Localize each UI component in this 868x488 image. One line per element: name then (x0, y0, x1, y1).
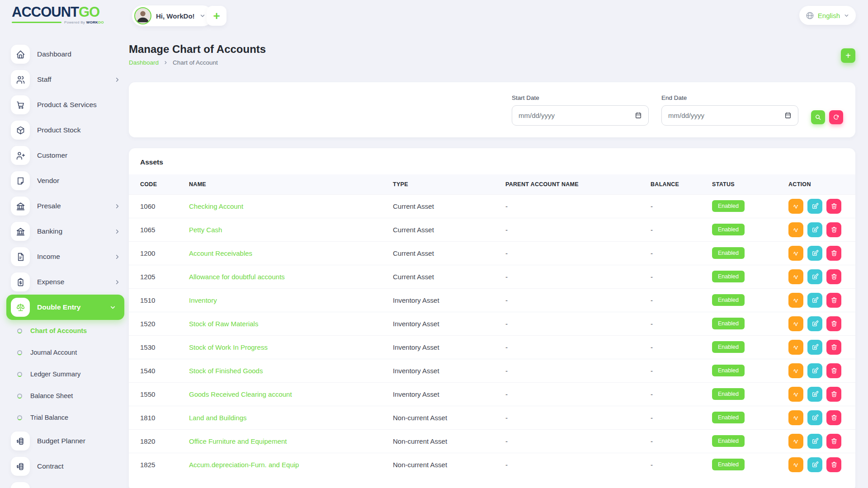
activity-button[interactable] (788, 457, 803, 472)
edit-icon (811, 461, 819, 468)
delete-button[interactable] (826, 293, 841, 308)
activity-button[interactable] (788, 340, 803, 355)
delete-button[interactable] (826, 363, 841, 378)
account-name-link[interactable]: Inventory (189, 296, 217, 304)
delete-button[interactable] (826, 269, 841, 284)
edit-button[interactable] (807, 363, 822, 378)
end-date-input[interactable]: mm/dd/yyyy (661, 105, 798, 126)
cell-type: Current Asset (393, 265, 505, 288)
delete-button[interactable] (826, 340, 841, 355)
logo-wordmark: ACCOUNTGO (12, 5, 107, 19)
app-logo[interactable]: ACCOUNTGO Powered By WORKDO (12, 5, 107, 24)
account-name-link[interactable]: Stock of Raw Materials (189, 320, 258, 328)
cell-name: Land and Buildings (189, 406, 393, 429)
sidebar-item-label: Balance Sheet (30, 392, 73, 399)
account-name-link[interactable]: Checking Account (189, 202, 243, 210)
breadcrumb-dashboard-link[interactable]: Dashboard (129, 59, 159, 66)
sidebar-item-chart-of-accounts[interactable]: Chart of Accounts (0, 320, 129, 342)
account-name-link[interactable]: Stock of Work In Progress (189, 343, 268, 351)
edit-button[interactable] (807, 293, 822, 308)
sidebar-item-income[interactable]: Income (0, 244, 129, 269)
account-name-link[interactable]: Account Receivables (189, 249, 252, 257)
sidebar-item-product-services[interactable]: Product & Services (0, 92, 129, 117)
account-name-link[interactable]: Petty Cash (189, 226, 222, 234)
activity-button[interactable] (788, 222, 803, 237)
chevron-down-icon (844, 13, 849, 19)
edit-button[interactable] (807, 222, 822, 237)
calendar-icon[interactable] (635, 112, 642, 119)
activity-icon (793, 320, 800, 327)
delete-button[interactable] (826, 316, 841, 331)
sidebar-item-product-stock[interactable]: Product Stock (0, 117, 129, 143)
cell-status: Enabled (712, 312, 788, 335)
account-name-link[interactable]: Stock of Finished Goods (189, 367, 263, 375)
sidebar-item-label: Customer (37, 151, 67, 160)
edit-button[interactable] (807, 410, 822, 425)
sidebar-item-contract[interactable]: Contract (0, 454, 129, 479)
status-badge: Enabled (712, 271, 745, 282)
reset-button[interactable] (829, 110, 843, 124)
create-account-button[interactable]: + (841, 48, 855, 63)
language-selector[interactable]: English (799, 6, 856, 25)
calendar-icon[interactable] (784, 112, 792, 119)
edit-button[interactable] (807, 269, 822, 284)
sidebar-item-vendor[interactable]: Vendor (0, 168, 129, 193)
edit-button[interactable] (807, 434, 822, 449)
delete-button[interactable] (826, 434, 841, 449)
sidebar-item-double-entry[interactable]: Double Entry (6, 295, 124, 320)
cell-name: Stock of Finished Goods (189, 359, 393, 382)
header-add-button[interactable]: + (207, 6, 226, 26)
account-name-link[interactable]: Goods Received Clearing account (189, 390, 292, 398)
sidebar-item-budget-planner[interactable]: Budget Planner (0, 428, 129, 454)
account-name-link[interactable]: Office Furniture and Equipement (189, 437, 287, 445)
start-date-input[interactable]: mm/dd/yyyy (512, 105, 649, 126)
edit-button[interactable] (807, 246, 822, 261)
sidebar-item-presale[interactable]: Presale (0, 193, 129, 219)
edit-button[interactable] (807, 340, 822, 355)
reset-icon (833, 114, 840, 121)
activity-button[interactable] (788, 316, 803, 331)
sidebar-item-journal-account[interactable]: Journal Account (0, 342, 129, 363)
sidebar-item-banking[interactable]: Banking (0, 219, 129, 244)
table-row: 1205Allowance for doubtful accountsCurre… (129, 265, 855, 288)
user-menu[interactable]: Hi, WorkDo! (132, 5, 213, 26)
sidebar-item-customer[interactable]: Customer (0, 143, 129, 168)
activity-button[interactable] (788, 363, 803, 378)
sidebar-item-balance-sheet[interactable]: Balance Sheet (0, 385, 129, 407)
account-name-link[interactable]: Accum.depreciation-Furn. and Equip (189, 461, 299, 469)
delete-button[interactable] (826, 246, 841, 261)
activity-button[interactable] (788, 434, 803, 449)
activity-button[interactable] (788, 199, 803, 214)
activity-button[interactable] (788, 387, 803, 402)
cell-code: 1065 (129, 218, 189, 241)
delete-button[interactable] (826, 222, 841, 237)
cell-code: 1530 (129, 335, 189, 359)
cell-name: Stock of Work In Progress (189, 335, 393, 359)
edit-button[interactable] (807, 316, 822, 331)
edit-button[interactable] (807, 457, 822, 472)
edit-button[interactable] (807, 199, 822, 214)
cell-parent: - (505, 265, 651, 288)
search-button[interactable] (811, 110, 825, 124)
delete-button[interactable] (826, 410, 841, 425)
sidebar-item-ledger-summary[interactable]: Ledger Summary (0, 363, 129, 385)
edit-button[interactable] (807, 387, 822, 402)
account-name-link[interactable]: Allowance for doubtful accounts (189, 273, 285, 281)
table-row: 1200Account ReceivablesCurrent Asset--En… (129, 241, 855, 265)
activity-icon (793, 414, 800, 421)
sidebar-item-trial-balance[interactable]: Trial Balance (0, 407, 129, 428)
sidebar-item-expense[interactable]: Expense (0, 269, 129, 295)
activity-button[interactable] (788, 246, 803, 261)
sidebar-item-partial-bottom[interactable] (0, 479, 129, 488)
activity-button[interactable] (788, 410, 803, 425)
delete-button[interactable] (826, 199, 841, 214)
delete-button[interactable] (826, 457, 841, 472)
sidebar-item-dashboard[interactable]: Dashboard (0, 42, 129, 67)
account-name-link[interactable]: Land and Buildings (189, 414, 247, 422)
sidebar-item-staff[interactable]: Staff (0, 67, 129, 92)
activity-button[interactable] (788, 293, 803, 308)
cell-action (788, 241, 855, 265)
delete-button[interactable] (826, 387, 841, 402)
activity-button[interactable] (788, 269, 803, 284)
edit-icon (811, 249, 819, 257)
